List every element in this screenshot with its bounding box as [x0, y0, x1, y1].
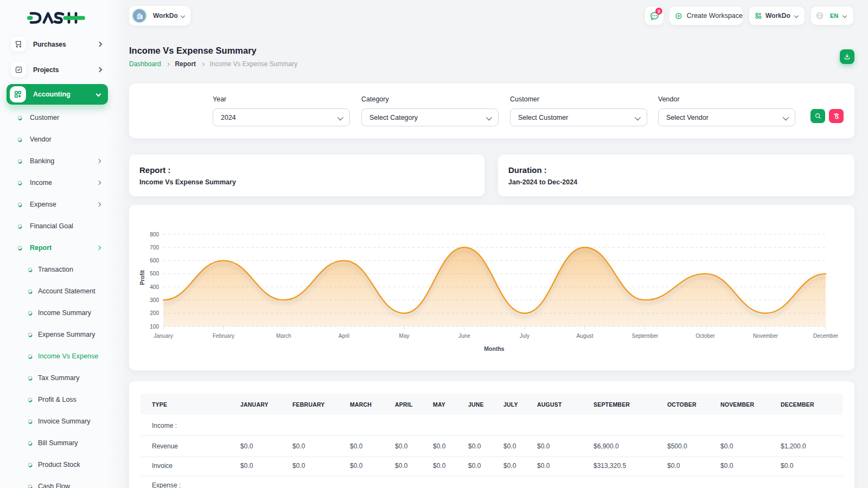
- svg-text:December: December: [813, 333, 839, 339]
- svg-text:700: 700: [150, 245, 159, 251]
- svg-text:January: January: [154, 333, 173, 339]
- svg-text:April: April: [339, 333, 349, 339]
- svg-text:May: May: [399, 333, 410, 339]
- svg-text:Months: Months: [484, 345, 504, 352]
- svg-text:October: October: [695, 333, 715, 339]
- svg-text:800: 800: [150, 232, 159, 237]
- svg-text:March: March: [276, 333, 291, 339]
- svg-text:June: June: [458, 333, 470, 339]
- svg-text:500: 500: [150, 271, 159, 277]
- svg-text:600: 600: [150, 258, 159, 264]
- svg-text:August: August: [576, 333, 593, 339]
- svg-text:July: July: [520, 333, 529, 339]
- svg-text:400: 400: [150, 284, 159, 290]
- svg-text:November: November: [753, 333, 778, 339]
- svg-text:100: 100: [150, 324, 159, 330]
- svg-text:February: February: [213, 333, 234, 339]
- svg-text:200: 200: [150, 310, 159, 316]
- svg-text:September: September: [632, 333, 659, 339]
- svg-text:Profit: Profit: [139, 270, 145, 285]
- svg-text:300: 300: [150, 297, 159, 303]
